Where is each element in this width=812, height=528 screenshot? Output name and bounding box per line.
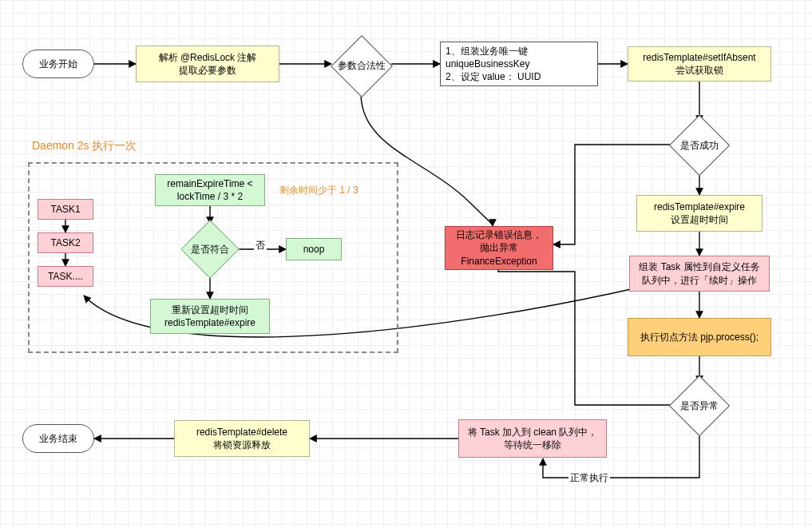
decision-match: 是否符合 — [181, 220, 239, 278]
process-parse: 解析 @RedisLock 注解 提取必要参数 — [136, 46, 279, 82]
process-queue-task-label: 组装 Task 属性到自定义任务队列中，进行「续时」操作 — [635, 260, 764, 286]
process-task-n-label: TASK.... — [48, 270, 83, 283]
process-parse-label: 解析 @RedisLock 注解 提取必要参数 — [159, 51, 257, 77]
process-error-label: 日志记录错误信息， 抛出异常 FinanceException — [456, 228, 542, 268]
process-re-expire-label: 重新设置超时时间 redisTemplate#expire — [164, 304, 255, 329]
terminator-end-label: 业务结束 — [39, 432, 77, 445]
process-remain-check-label: remainExpireTime < lockTime / 3 * 2 — [167, 177, 252, 203]
process-error: 日志记录错误信息， 抛出异常 FinanceException — [445, 226, 553, 270]
edge-label-no: 否 — [254, 239, 267, 252]
daemon-group-title: Daemon 2s 执行一次 — [32, 139, 137, 153]
process-clean-task-label: 将 Task 加入到 clean 队列中，等待统一移除 — [464, 426, 601, 451]
decision-success-label: 是否成功 — [680, 139, 719, 153]
process-task1: TASK1 — [38, 199, 93, 220]
process-expire: redisTemplate#expire 设置超时时间 — [636, 195, 762, 232]
edge-label-normal: 正常执行 — [568, 471, 610, 485]
decision-arg-check: 参数合法性 — [331, 36, 391, 96]
decision-exception-label: 是否异常 — [680, 399, 719, 413]
process-set-if-absent-label: redisTemplate#setIfAbsent 尝试获取锁 — [643, 51, 755, 77]
process-set-if-absent: redisTemplate#setIfAbsent 尝试获取锁 — [628, 46, 771, 81]
decision-match-label: 是否符合 — [191, 243, 229, 256]
terminator-start: 业务开始 — [22, 50, 94, 78]
terminator-end: 业务结束 — [22, 424, 94, 453]
process-noop: noop — [286, 238, 342, 260]
process-build-key-label: 1、组装业务唯一键 uniqueBusinessKey 2、设定 value： … — [446, 45, 592, 84]
process-remain-check: remainExpireTime < lockTime / 3 * 2 — [155, 174, 265, 206]
process-task2: TASK2 — [38, 232, 93, 253]
terminator-start-label: 业务开始 — [39, 58, 77, 70]
process-re-expire: 重新设置超时时间 redisTemplate#expire — [150, 299, 270, 334]
process-noop-label: noop — [303, 243, 325, 256]
process-task-n: TASK.... — [38, 266, 93, 287]
process-task2-label: TASK2 — [50, 236, 80, 249]
process-clean-task: 将 Task 加入到 clean 队列中，等待统一移除 — [458, 419, 607, 458]
decision-arg-check-label: 参数合法性 — [338, 59, 386, 73]
decision-success: 是否成功 — [669, 115, 730, 176]
process-build-key: 1、组装业务唯一键 uniqueBusinessKey 2、设定 value： … — [440, 42, 598, 86]
decision-exception: 是否异常 — [669, 375, 730, 436]
annotation-remain: 剩余时间少于 1 / 3 — [279, 184, 358, 197]
process-proceed-label: 执行切点方法 pjp.process(); — [640, 331, 759, 343]
flowchart-diagram: 业务开始 解析 @RedisLock 注解 提取必要参数 参数合法性 1、组装业… — [0, 0, 812, 528]
process-delete-label: redisTemplate#delete 将锁资源释放 — [196, 426, 287, 451]
process-queue-task: 组装 Task 属性到自定义任务队列中，进行「续时」操作 — [629, 256, 770, 292]
process-task1-label: TASK1 — [50, 203, 80, 216]
process-delete: redisTemplate#delete 将锁资源释放 — [174, 420, 310, 457]
process-proceed: 执行切点方法 pjp.process(); — [628, 318, 771, 356]
process-expire-label: redisTemplate#expire 设置超时时间 — [654, 200, 745, 226]
